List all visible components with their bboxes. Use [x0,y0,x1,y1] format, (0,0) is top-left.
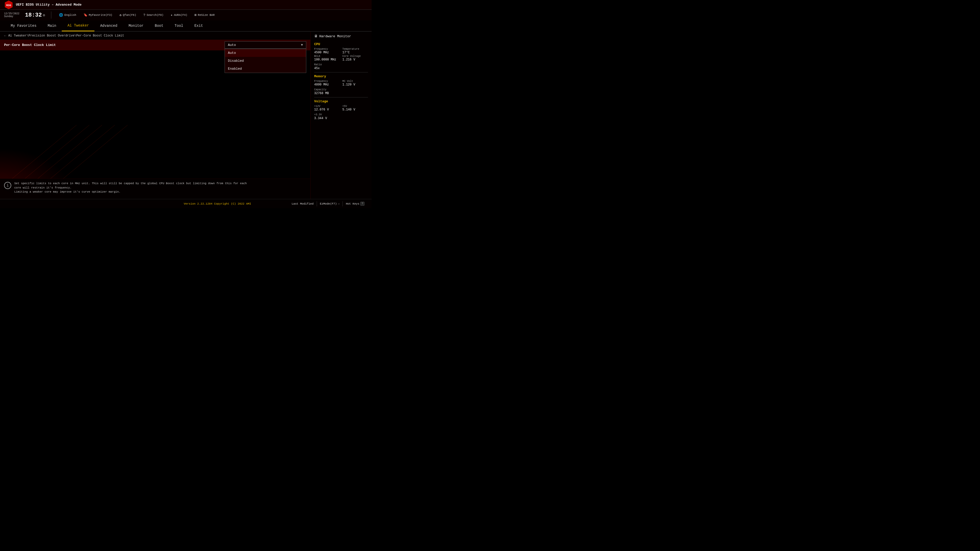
setting-label: Per-Core Boost Clock Limit [4,43,224,47]
aura-icon: ✦ [171,13,173,17]
nav-ai-tweaker[interactable]: Ai Tweaker [62,20,94,32]
volt-33-value: 3.344 V [314,117,327,120]
cpu-ratio-col: Ratio 45x [314,62,322,70]
settings-icon[interactable]: ⚙ [43,13,45,17]
cpu-temp-col: Temperature 17°C [342,48,368,54]
dropdown-option-disabled[interactable]: Disabled [225,57,306,65]
volt-5-value: 5.140 V [342,108,368,111]
cpu-memory-divider [314,72,368,73]
last-modified-btn[interactable]: Last Modified [289,201,317,206]
hw-monitor-title: Hardware Monitor [319,35,351,38]
monitor-icon: 🖥 [314,34,318,38]
cpu-corevolt-col: Core Voltage 1.216 V [342,55,368,62]
mem-mcvolt-value: 1.120 V [342,83,368,86]
nav-my-favorites[interactable]: My Favorites [5,20,42,32]
info-line-2: core will restrain it's frequency. [14,186,247,190]
ezmode-arrow-icon: → [338,202,340,205]
cpu-freq-label: Frequency [314,48,340,51]
search-label: Search(F9) [147,14,164,17]
time-display: 18:32 ⚙ [25,12,45,18]
volt-12-value: 12.076 V [314,108,340,111]
resizebar-label: ReSize BAR [198,14,215,17]
search-btn[interactable]: ? Search(F9) [142,13,165,17]
cpu-corevolt-value: 1.216 V [342,58,368,62]
info-bar: i Set specific limits to each core in MH… [0,179,310,199]
cpu-freq-temp-row: Frequency 4500 MHz Temperature 17°C [314,48,368,54]
breadcrumb: ← Ai Tweaker\Precision Boost Overdrive\P… [0,32,310,40]
cpu-ratio-row: Ratio 45x [314,62,368,70]
nav-tool[interactable]: Tool [169,20,189,32]
cpu-bclk-voltage-row: BCLK 100.0000 MHz Core Voltage 1.216 V [314,55,368,62]
cpu-temp-value: 17°C [342,51,368,54]
dropdown-option-enabled[interactable]: Enabled [225,65,306,73]
info-icon: i [4,182,11,189]
cpu-ratio-label: Ratio [314,63,322,66]
body-area: ← Ai Tweaker\Precision Boost Overdrive\P… [0,32,372,199]
myfavorite-btn[interactable]: 🔖 MyFavorite(F3) [82,13,114,17]
dropdown-option-auto[interactable]: Auto [225,49,306,57]
aura-btn[interactable]: ✦ AURA(F4) [169,13,189,17]
info-line-3: Limiting a weaker core may improve it's … [14,190,247,194]
back-arrow[interactable]: ← [4,34,6,38]
info-line-1: Set specific limits to each core in MHz … [14,181,247,186]
left-content: ← Ai Tweaker\Precision Boost Overdrive\P… [0,32,310,199]
mem-freq-mcvolt-row: Frequency 4800 MHz MC Volt 1.120 V [314,80,368,86]
nav-advanced[interactable]: Advanced [94,20,123,32]
volt-33-label: +3.3V [314,113,322,116]
cpu-bclk-col: BCLK 100.0000 MHz [314,55,340,62]
info-text: Set specific limits to each core in MHz … [14,181,247,194]
hotkeys-label: Hot Keys [346,202,360,205]
hotkeys-btn[interactable]: Hot Keys ? [343,201,368,206]
nav-bar: My Favorites Main Ai Tweaker Advanced Mo… [0,21,372,32]
logo-area: ROG UEFI BIOS Utility – Advanced Mode [4,0,81,10]
hw-monitor-header: 🖥 Hardware Monitor [314,34,368,40]
svg-text:ROG: ROG [6,3,11,6]
cpu-freq-value: 4500 MHz [314,51,340,54]
nav-monitor[interactable]: Monitor [123,20,149,32]
mem-freq-value: 4800 MHz [314,83,340,86]
language-btn[interactable]: 🌐 English [57,13,78,17]
last-modified-label: Last Modified [292,202,313,205]
language-label: English [64,14,76,17]
aura-label: AURA(F4) [174,14,187,17]
footer: Version 2.22.1284 Copyright (C) 2022 AMI… [0,199,372,208]
setting-row: Per-Core Boost Clock Limit Auto ▼ Auto D… [0,40,310,51]
bookmark-icon: 🔖 [83,13,88,17]
mem-capacity-value: 32768 MB [314,92,329,95]
search-icon: ? [143,13,145,17]
voltage-section-title: Voltage [314,100,368,103]
volt-12-5-row: +12V 12.076 V +5V 5.140 V [314,105,368,111]
nav-main[interactable]: Main [42,20,62,32]
cpu-section-title: CPU [314,42,368,46]
ezmode-btn[interactable]: EzMode(F7) → [317,201,343,206]
volt-12-col: +12V 12.076 V [314,105,340,111]
footer-version: Version 2.22.1284 Copyright (C) 2022 AMI [146,202,288,205]
memory-section-title: Memory [314,75,368,78]
breadcrumb-text: Ai Tweaker\Precision Boost Overdrive\Per… [8,34,124,38]
mem-freq-col: Frequency 4800 MHz [314,80,340,86]
volt-5-col: +5V 5.140 V [342,105,368,111]
fan-icon: ♻ [119,13,121,17]
resize-icon: ⊞ [194,13,197,17]
qfan-label: Qfan(F6) [123,14,136,17]
mem-capacity-label: Capacity [314,88,326,91]
dropdown-button[interactable]: Auto ▼ [224,41,306,49]
cpu-corevolt-label: Core Voltage [342,55,368,58]
myfavorite-label: MyFavorite(F3) [89,14,112,17]
qfan-btn[interactable]: ♻ Qfan(F6) [118,13,138,17]
nav-boot[interactable]: Boot [149,20,169,32]
mem-capacity-row: Capacity 32768 MB [314,87,368,95]
cpu-bclk-label: BCLK [314,55,340,58]
resizebar-btn[interactable]: ⊞ ReSize BAR [193,13,216,17]
cpu-temp-label: Temperature [342,48,368,51]
mem-mcvolt-col: MC Volt 1.120 V [342,80,368,86]
footer-right-buttons: Last Modified EzMode(F7) → Hot Keys ? [289,201,368,206]
hotkeys-key-icon: ? [360,202,364,206]
nav-exit[interactable]: Exit [189,20,209,32]
volt-33-row: +3.3V 3.344 V [314,112,368,120]
cpu-freq-col: Frequency 4500 MHz [314,48,340,54]
cpu-ratio-value: 45x [314,67,322,70]
volt-5-label: +5V [342,105,368,108]
dropdown-menu: Auto Disabled Enabled [224,49,306,73]
time-value: 18:32 [25,12,42,18]
